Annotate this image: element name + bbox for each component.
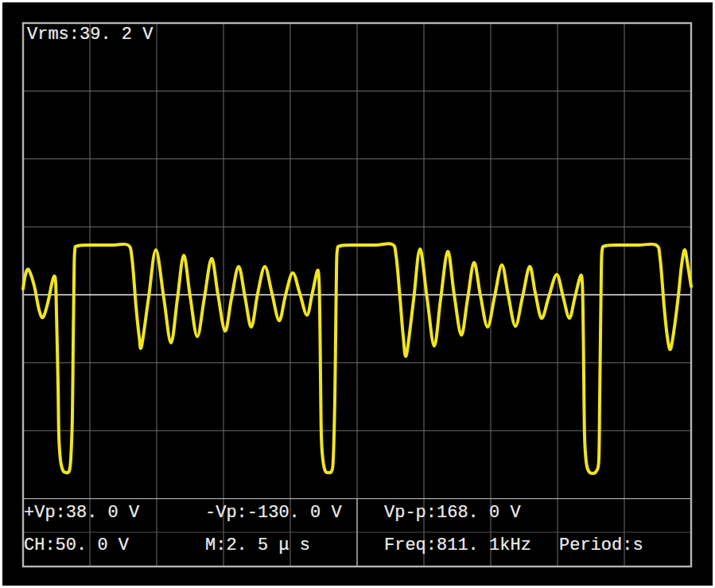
graticule-and-waveform <box>2 2 713 586</box>
channel-scale-readout: CH:50. 0 V <box>24 535 129 556</box>
frequency-readout: Freq:811. 1kHz <box>384 535 531 556</box>
negative-peak-readout: -Vp:-130. 0 V <box>205 503 342 524</box>
oscilloscope-screen: Vrms:39. 2 V +Vp:38. 0 V -Vp:-130. 0 V V… <box>0 0 715 588</box>
peak-to-peak-readout: Vp-p:168. 0 V <box>384 503 521 524</box>
period-readout: Period:s <box>559 535 643 556</box>
positive-peak-readout: +Vp:38. 0 V <box>24 503 139 524</box>
timebase-readout: M:2. 5 μ s <box>205 535 310 556</box>
vrms-readout: Vrms:39. 2 V <box>27 25 153 45</box>
